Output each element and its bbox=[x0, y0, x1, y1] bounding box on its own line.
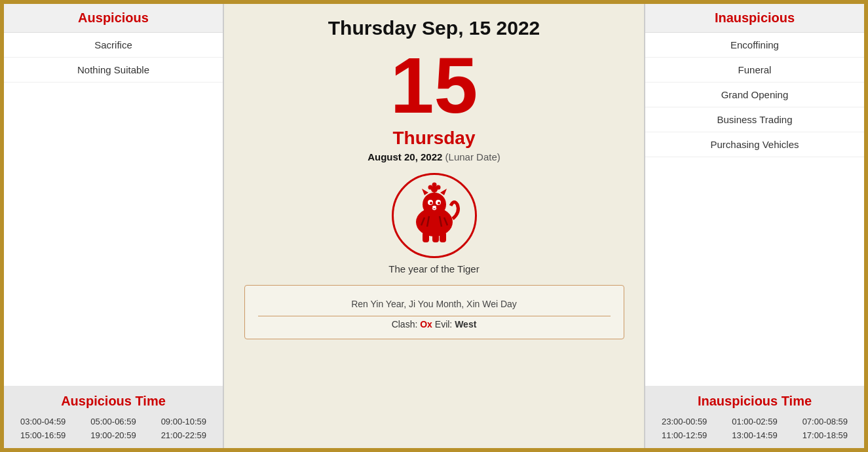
auspicious-time-3: 15:00-16:59 bbox=[9, 430, 77, 440]
inauspicious-item-2: Grand Opening bbox=[645, 83, 864, 107]
tiger-icon bbox=[398, 179, 470, 252]
auspicious-item-2: Nothing Suitable bbox=[4, 58, 223, 83]
svg-point-1 bbox=[423, 193, 446, 216]
clash-value: Ox bbox=[420, 319, 432, 330]
tiger-circle bbox=[392, 173, 477, 258]
evil-label: Evil: bbox=[435, 319, 455, 330]
left-panel: Auspicious Sacrifice Nothing Suitable Au… bbox=[4, 4, 223, 448]
inauspicious-time-grid: 23:00-00:59 01:00-02:59 07:00-08:59 11:0… bbox=[651, 417, 859, 440]
day-name: Thursday bbox=[392, 128, 475, 149]
svg-rect-14 bbox=[432, 232, 439, 242]
day-number: 15 bbox=[390, 46, 478, 124]
inauspicious-item-3: Business Trading bbox=[645, 107, 864, 132]
auspicious-time-grid: 03:00-04:59 05:00-06:59 09:00-10:59 15:0… bbox=[9, 417, 217, 440]
inauspicious-time-3: 11:00-12:59 bbox=[651, 430, 718, 440]
inauspicious-item-0: Encoffining bbox=[645, 33, 864, 58]
inauspicious-time-header: Inauspicious Time bbox=[651, 394, 859, 409]
auspicious-header: Auspicious bbox=[4, 4, 223, 33]
center-panel: Thursday Sep, 15 2022 15 Thursday August… bbox=[223, 4, 645, 448]
inauspicious-time-5: 17:00-18:59 bbox=[791, 430, 859, 440]
info-box: Ren Yin Year, Ji You Month, Xin Wei Day … bbox=[244, 285, 624, 339]
date-title: Thursday Sep, 15 2022 bbox=[328, 17, 540, 39]
svg-point-17 bbox=[428, 185, 432, 190]
inauspicious-time-4: 13:00-14:59 bbox=[721, 430, 788, 440]
inauspicious-time-0: 23:00-00:59 bbox=[651, 417, 718, 426]
svg-rect-13 bbox=[423, 232, 429, 242]
evil-value: West bbox=[455, 319, 476, 330]
auspicious-time-5: 21:00-22:59 bbox=[150, 430, 217, 440]
svg-point-8 bbox=[432, 206, 436, 208]
inauspicious-time-1: 01:00-02:59 bbox=[721, 417, 788, 426]
svg-point-7 bbox=[438, 202, 440, 204]
auspicious-time-0: 03:00-04:59 bbox=[9, 417, 77, 426]
auspicious-time-header: Auspicious Time bbox=[9, 394, 217, 409]
svg-marker-2 bbox=[422, 189, 428, 195]
year-label: The year of the Tiger bbox=[388, 263, 479, 274]
lunar-date-label: (Lunar Date) bbox=[445, 151, 500, 162]
auspicious-time-2: 09:00-10:59 bbox=[150, 417, 217, 426]
info-divider bbox=[258, 316, 611, 316]
svg-point-18 bbox=[436, 185, 440, 190]
svg-marker-3 bbox=[440, 189, 447, 195]
clash-label: Clash: bbox=[392, 319, 421, 330]
right-panel: Inauspicious Encoffining Funeral Grand O… bbox=[645, 4, 864, 448]
auspicious-time-section: Auspicious Time 03:00-04:59 05:00-06:59 … bbox=[4, 386, 223, 448]
inauspicious-time-section: Inauspicious Time 23:00-00:59 01:00-02:5… bbox=[645, 386, 864, 448]
svg-point-19 bbox=[432, 183, 436, 187]
svg-point-6 bbox=[430, 202, 432, 204]
inauspicious-item-4: Purchasing Vehicles bbox=[645, 132, 864, 157]
inauspicious-header: Inauspicious bbox=[645, 4, 864, 33]
inauspicious-item-1: Funeral bbox=[645, 58, 864, 83]
auspicious-section: Auspicious Sacrifice Nothing Suitable bbox=[4, 4, 223, 386]
svg-rect-15 bbox=[440, 232, 446, 242]
lunar-date-value: August 20, 2022 bbox=[368, 151, 442, 162]
year-month-day-info: Ren Yin Year, Ji You Month, Xin Wei Day bbox=[258, 295, 611, 313]
auspicious-item-1: Sacrifice bbox=[4, 33, 223, 58]
lunar-date: August 20, 2022 (Lunar Date) bbox=[368, 151, 500, 162]
auspicious-time-4: 19:00-20:59 bbox=[79, 430, 147, 440]
inauspicious-section: Inauspicious Encoffining Funeral Grand O… bbox=[645, 4, 864, 386]
auspicious-time-1: 05:00-06:59 bbox=[79, 417, 147, 426]
inauspicious-time-2: 07:00-08:59 bbox=[791, 417, 859, 426]
clash-info: Clash: Ox Evil: West bbox=[258, 319, 611, 330]
